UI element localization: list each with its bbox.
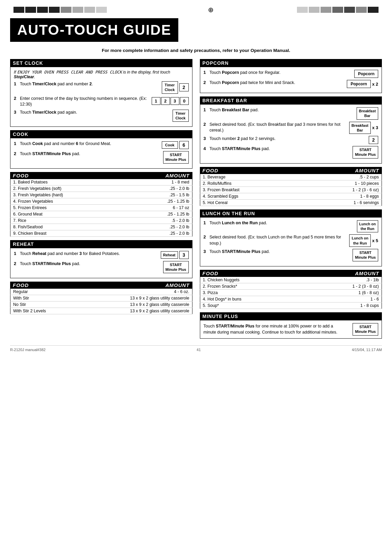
step-text: Touch Breakfast Bar pad.: [210, 107, 353, 113]
amount-cell: .5 - 2.0 lb: [131, 217, 192, 224]
timer-clock-pad-again[interactable]: TimerClock: [173, 110, 189, 122]
reheat-step1: 1 Touch Reheat pad and number 3 for Bake…: [14, 251, 189, 259]
num-2[interactable]: 2: [161, 97, 170, 105]
num-3[interactable]: 3: [171, 97, 179, 105]
number-pad-3[interactable]: 3: [179, 251, 189, 259]
subtitle: For more complete information and safety…: [10, 48, 382, 53]
lunch-step3: 3 Touch START/Minute Plus pad. STARTMinu…: [204, 249, 379, 261]
step-text: Select desired food. (Ex: touch Lunch on…: [210, 234, 345, 246]
num-1[interactable]: 1: [152, 97, 160, 105]
amount-cell: 1 - 8 cups: [305, 302, 382, 309]
set-clock-section: SET CLOCK If ENJOY YOUR OVEN PRESS CLEAR…: [10, 59, 192, 127]
bb-chart-table: 1. Beverage.5 - 2 cups2. Rolls/Muffins1 …: [200, 174, 382, 206]
breakfast-bar-pad-x3[interactable]: BreakfastBar: [349, 122, 371, 134]
start-minute-plus-final[interactable]: STARTMinute Plus: [353, 323, 378, 336]
food-cell: 3. Pizza: [200, 289, 305, 296]
food-cell: 1. Beverage: [200, 174, 303, 180]
amount-cell: .25 - 1.25 lb: [131, 198, 192, 204]
number-pad-6[interactable]: 6: [179, 141, 189, 149]
num-0[interactable]: 0: [180, 97, 189, 105]
amount-cell: 13 x 9 x 2 glass utility casserole: [78, 308, 192, 314]
breakfast-bar-header: BREAKFAST BAR: [200, 96, 382, 105]
timer-clock-pad[interactable]: TimerClock: [162, 81, 178, 94]
amount-cell: 1 - 10 pieces: [303, 180, 382, 187]
minute-plus-text: Touch START/Minute Plus for one minute a…: [204, 323, 347, 336]
strip-block: [368, 7, 379, 13]
food-cell: 8. Fish/Seafood: [10, 224, 131, 230]
step-number: 3: [204, 136, 208, 141]
strip-block: [25, 7, 36, 13]
step-number: 3: [14, 110, 19, 115]
strip-block: [49, 7, 60, 13]
multiplier-x2: x 2: [372, 82, 378, 87]
reheat-chart-table: Regular4 - 6 oz.With Stir13 x 9 x 2 glas…: [10, 289, 192, 314]
lunch-pad-x5[interactable]: Lunch onthe Run: [349, 234, 371, 247]
step-text: Touch START/Minute Plus pad.: [210, 146, 349, 152]
table-row: 9. Chicken Breast.25 - 2.0 lb: [10, 230, 192, 236]
amount-cell: 6 - 17 oz: [131, 204, 192, 211]
popcorn-step1: 1 Touch Popcorn pad once for Regular. Po…: [204, 70, 379, 78]
bb-chart-header: FOOD AMOUNT: [200, 167, 382, 174]
step-number: 4: [204, 146, 208, 151]
amount-cell: .3 - 1lb: [305, 277, 382, 283]
step-number: 1: [204, 220, 208, 225]
table-row: 1. Chicken Nuggets.3 - 1lb: [200, 277, 382, 283]
start-minute-plus-pad[interactable]: STARTMinute Plus: [353, 146, 378, 159]
step-text: Touch Lunch on the Run pad.: [210, 220, 353, 226]
table-row: 2. Frozen Snacks*1 - 2 (3 - 8 oz): [200, 283, 382, 289]
number-pad-2[interactable]: 2: [179, 83, 189, 91]
food-cell: 2. Rolls/Muffins: [200, 180, 303, 187]
set-clock-header: SET CLOCK: [10, 59, 192, 67]
lunch-pad[interactable]: Lunch onthe Run: [357, 220, 379, 233]
multiplier-x5: x 5: [372, 238, 378, 243]
bb-step1: 1 Touch Breakfast Bar pad. BreakfastBar: [204, 107, 379, 120]
amount-cell: .25 - 2.0 lb: [131, 230, 192, 236]
table-row: 4. Frozen Vegetables.25 - 1.25 lb: [10, 198, 192, 204]
strip-block: [297, 7, 308, 13]
popcorn-pad-x2[interactable]: Popcorn: [347, 80, 371, 88]
cook-chart-header: FOOD AMOUNT: [10, 172, 192, 179]
reheat-chart-food-col: FOOD: [13, 282, 29, 288]
step-text: Touch number 2 pad for 2 servings.: [210, 136, 365, 142]
step-number: 2: [204, 80, 208, 85]
amount-cell: 1 - 2 (3 - 8 oz): [305, 283, 382, 289]
amount-cell: 1 (6 - 8 oz): [305, 289, 382, 296]
start-minute-plus-pad[interactable]: STARTMinute Plus: [163, 261, 189, 274]
table-row: 7. Rice.5 - 2.0 lb: [10, 217, 192, 224]
table-row: 1. Beverage.5 - 2 cups: [200, 174, 382, 180]
amount-cell: .25 - 1.25 lb: [131, 211, 192, 217]
reheat-pad[interactable]: Reheat: [161, 251, 178, 259]
reheat-step2: 2 Touch START/Minute Plus pad. STARTMinu…: [14, 261, 189, 274]
amount-cell: 1 - 6: [305, 296, 382, 302]
amount-cell: 1 - 8 med: [131, 179, 192, 185]
strip-block: [356, 7, 367, 13]
step-number: 1: [204, 107, 208, 112]
popcorn-pad[interactable]: Popcorn: [354, 70, 378, 78]
food-cell: 9. Chicken Breast: [10, 230, 131, 236]
lunch-step1: 1 Touch Lunch on the Run pad. Lunch onth…: [204, 220, 379, 233]
strip-block: [309, 7, 320, 13]
minute-plus-section: MINUTE PLUS Touch START/Minute Plus for …: [200, 312, 382, 339]
step-text: Touch Cook pad and number 6 for Ground M…: [20, 141, 158, 147]
number-pad-2-bb[interactable]: 2: [369, 136, 378, 144]
cook-pad[interactable]: Cook: [162, 141, 178, 149]
step-number: 2: [14, 96, 19, 101]
reheat-chart-header: FOOD AMOUNT: [10, 282, 192, 289]
step-text: Touch Timer/Clock pad and number 2.: [20, 81, 158, 87]
food-cell: 4. Scrambled Eggs: [200, 193, 303, 199]
reheat-content: 1 Touch Reheat pad and number 3 for Bake…: [10, 248, 192, 279]
food-cell: 1. Chicken Nuggets: [200, 277, 305, 283]
page: ⊕ AUTO-TOUCH GUIDE For more complete inf…: [0, 0, 392, 544]
start-minute-plus-pad[interactable]: STARTMinute Plus: [163, 151, 189, 164]
table-row: 4. Scrambled Eggs1 - 8 eggs: [200, 193, 382, 199]
strip-block: [72, 7, 83, 13]
set-clock-step1: 1 Touch Timer/Clock pad and number 2. Ti…: [14, 81, 189, 94]
reheat-chart-amount-col: AMOUNT: [165, 282, 190, 288]
cook-step1: 1 Touch Cook pad and number 6 for Ground…: [14, 141, 189, 149]
step-number: 3: [204, 249, 208, 254]
start-minute-plus-pad[interactable]: STARTMinute Plus: [353, 249, 378, 261]
food-cell: 6. Ground Meat: [10, 211, 131, 217]
food-cell: 5. Frozen Entrees: [10, 204, 131, 211]
breakfast-bar-pad[interactable]: BreakfastBar: [357, 107, 378, 120]
food-cell: 2. Fresh Vegetables (soft): [10, 185, 131, 192]
